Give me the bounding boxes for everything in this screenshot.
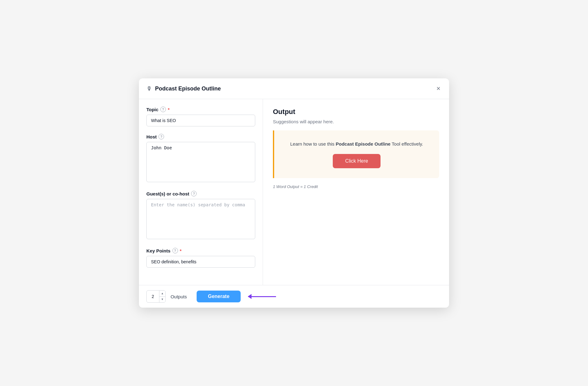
outputs-stepper-input[interactable]: [147, 294, 159, 299]
modal-title: Podcast Episode Outline: [155, 86, 221, 92]
topic-required-star: *: [168, 107, 170, 112]
click-here-button[interactable]: Click Here: [333, 154, 381, 168]
modal-header: 🎙 Podcast Episode Outline ×: [139, 78, 449, 99]
podcast-episode-outline-modal: 🎙 Podcast Episode Outline × Topic ? * Ho…: [139, 78, 449, 308]
guests-label: Guest(s) or co-host ?: [146, 191, 255, 196]
mic-icon: 🎙: [146, 86, 152, 92]
stepper-down-button[interactable]: ▼: [159, 297, 165, 303]
host-label-text: Host: [146, 134, 157, 139]
stepper-up-button[interactable]: ▲: [159, 291, 165, 297]
topic-input[interactable]: [146, 115, 255, 126]
outputs-stepper[interactable]: ▲ ▼: [146, 290, 166, 303]
info-box: Learn how to use this Podcast Episode Ou…: [273, 130, 439, 178]
host-label: Host ?: [146, 134, 255, 139]
guests-textarea[interactable]: [146, 199, 255, 239]
topic-field-group: Topic ? *: [146, 107, 255, 126]
right-panel: Output Suggestions will appear here. Lea…: [263, 99, 449, 285]
modal-body: Topic ? * Host ? John Doe Guest(s) or co…: [139, 99, 449, 285]
key-points-field-group: Key Points ? *: [146, 248, 255, 268]
generate-button[interactable]: Generate: [197, 291, 240, 302]
output-title: Output: [273, 108, 439, 116]
guests-help-icon[interactable]: ?: [191, 191, 197, 196]
left-panel: Topic ? * Host ? John Doe Guest(s) or co…: [139, 99, 263, 285]
arrow-indicator: [248, 296, 276, 297]
info-text-after: Tool effectively.: [390, 141, 423, 147]
credit-note: 1 Word Output = 1 Credit: [273, 184, 439, 189]
modal-footer: ▲ ▼ Outputs Generate: [139, 285, 449, 308]
guests-label-text: Guest(s) or co-host: [146, 191, 189, 196]
topic-label-text: Topic: [146, 107, 158, 112]
topic-help-icon[interactable]: ?: [160, 107, 166, 112]
guests-field-group: Guest(s) or co-host ?: [146, 191, 255, 240]
stepper-arrows: ▲ ▼: [159, 291, 165, 302]
arrow-line: [248, 296, 276, 297]
key-points-label: Key Points ? *: [146, 248, 255, 253]
modal-title-group: 🎙 Podcast Episode Outline: [146, 86, 221, 92]
host-help-icon[interactable]: ?: [158, 134, 164, 139]
key-points-label-text: Key Points: [146, 248, 171, 253]
info-box-text: Learn how to use this Podcast Episode Ou…: [290, 140, 423, 148]
key-points-help-icon[interactable]: ?: [172, 248, 178, 253]
info-text-before: Learn how to use this: [290, 141, 336, 147]
key-points-input[interactable]: [146, 256, 255, 268]
host-field-group: Host ? John Doe: [146, 134, 255, 183]
host-textarea[interactable]: John Doe: [146, 142, 255, 182]
info-text-bold: Podcast Episode Outline: [336, 141, 391, 147]
output-subtitle: Suggestions will appear here.: [273, 119, 439, 124]
key-points-required-star: *: [180, 248, 182, 253]
topic-label: Topic ? *: [146, 107, 255, 112]
close-button[interactable]: ×: [435, 84, 442, 93]
outputs-label: Outputs: [171, 294, 187, 299]
